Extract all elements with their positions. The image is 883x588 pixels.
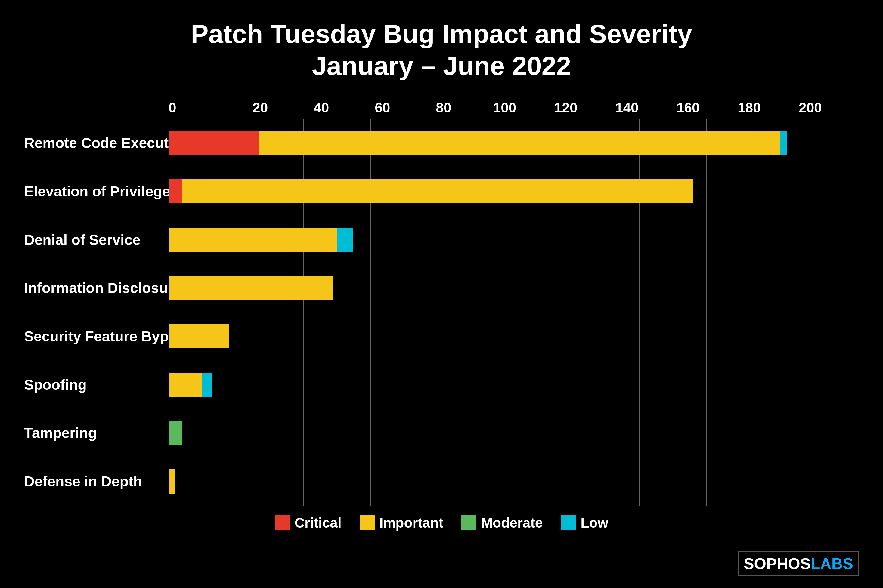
legend-label: Important [379,514,443,531]
x-axis-label: 140 [597,99,657,116]
legend-swatch-critical [275,515,290,530]
bar-segment-critical [168,179,182,203]
bar-segment-important [168,324,229,348]
bar-segment-important [168,373,202,397]
bar-stack [168,276,841,300]
bar-segment-moderate [168,421,182,445]
legend-swatch-low [561,515,576,530]
bar-stack [168,470,841,494]
bar-row: Defense in Depth [168,457,841,506]
x-axis-label: 100 [474,99,535,116]
bar-row: Remote Code Execution [168,119,841,167]
legend-label: Moderate [481,514,543,531]
legend-swatch-important [360,515,375,530]
bar-row: Spoofing [168,361,841,409]
bar-segment-important [259,131,781,155]
logo: SOPHOS LABS [738,551,859,576]
bars-grid: Remote Code ExecutionElevation of Privil… [168,119,841,506]
legend-item: Critical [275,514,341,531]
x-axis-label: 20 [230,99,291,116]
legend-item: Low [561,514,608,531]
bar-segment-important [168,276,333,300]
bar-row: Tampering [168,409,841,458]
bar-row: Security Feature Bypass [168,312,841,361]
legend: CriticalImportantModerateLow [24,514,859,534]
bar-segment-low [202,373,212,397]
bar-segment-low [337,228,354,252]
x-axis-label: 200 [780,99,841,116]
x-axis-label: 0 [168,99,230,116]
chart-area: 020406080100120140160180200 Remote Code … [24,99,859,534]
x-axis-label: 80 [413,99,474,116]
bar-row: Elevation of Privilege [168,167,841,216]
logo-sophos: SOPHOS [744,555,811,573]
logo-labs: LABS [811,555,853,573]
legend-item: Moderate [461,514,543,531]
bar-stack [168,373,841,397]
bar-row: Information Disclosure [168,264,841,312]
x-axis-label: 160 [657,99,719,116]
bar-stack [168,228,841,252]
bar-segment-important [182,179,693,203]
x-axis-label: 40 [291,99,352,116]
bar-segment-important [168,470,175,494]
x-axis: 020406080100120140160180200 [168,99,841,116]
bar-row: Denial of Service [168,216,841,264]
grid-line [841,119,841,506]
bar-stack [168,179,841,203]
bar-stack [168,131,841,155]
legend-item: Important [360,514,443,531]
x-axis-label: 180 [719,99,780,116]
chart-container: Patch Tuesday Bug Impact and Severity Ja… [0,0,883,588]
chart-title: Patch Tuesday Bug Impact and Severity Ja… [24,18,859,81]
bar-segment-critical [168,131,259,155]
bar-stack [168,421,841,445]
bar-stack [168,324,841,348]
x-axis-label: 120 [536,99,597,116]
legend-label: Critical [295,514,341,531]
bar-segment-important [168,228,337,252]
x-axis-label: 60 [352,99,413,116]
bar-segment-low [781,131,787,155]
legend-swatch-moderate [461,515,477,530]
legend-label: Low [581,514,608,531]
